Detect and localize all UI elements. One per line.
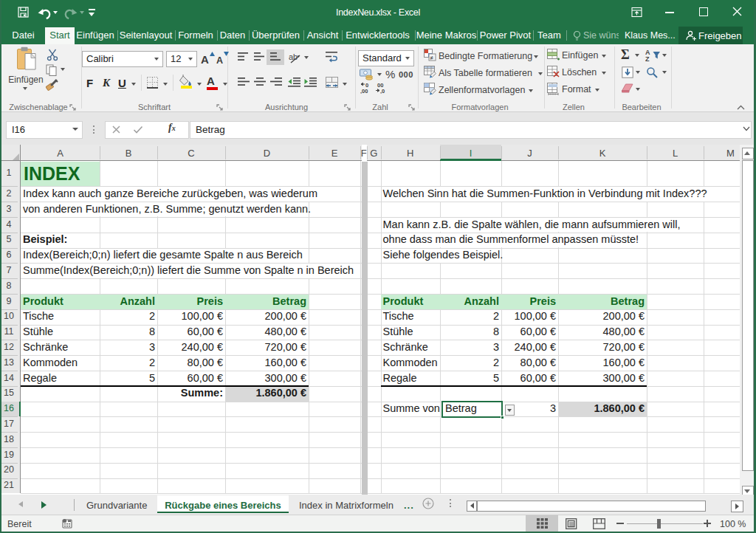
- svg-text:ab: ab: [289, 52, 298, 61]
- svg-text:≠: ≠: [430, 55, 434, 61]
- svg-text:,0: ,0: [380, 88, 385, 94]
- svg-text:,00: ,00: [360, 88, 368, 94]
- svg-text:Z: Z: [645, 55, 650, 61]
